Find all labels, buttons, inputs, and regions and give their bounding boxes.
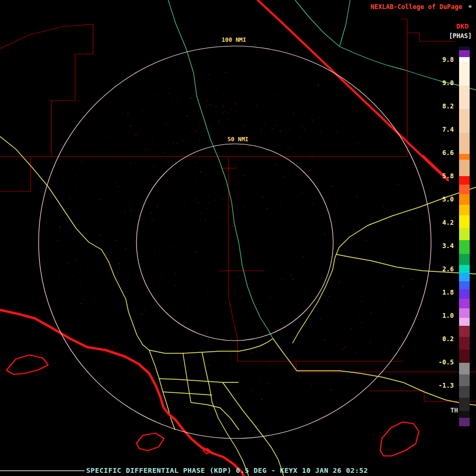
- colorbar-segment: [459, 154, 470, 160]
- colorbar-segment: [459, 57, 470, 62]
- range-ring-label-50nmi: 50 NMI: [226, 136, 250, 143]
- colorbar-segment: [459, 254, 470, 264]
- colorbar-segment: [459, 398, 470, 411]
- status-divider: [0, 470, 85, 471]
- colorbar-segment: [459, 350, 470, 363]
- island-outlines: [6, 355, 419, 456]
- colorbar-segment: [459, 47, 470, 50]
- colorbar-segment: [459, 86, 470, 109]
- colorbar-segment: [459, 50, 470, 57]
- radar-display: 100 NMI 50 NMI NEXLAB-College of DuPage …: [0, 0, 476, 476]
- product-code-label: DKD: [456, 22, 469, 30]
- colorbar-segment: [459, 273, 470, 281]
- range-ring-label-100nmi: 100 NMI: [220, 36, 248, 43]
- colorbar-segment: [459, 133, 470, 154]
- colorbar-segment: [459, 318, 470, 326]
- colorbar-segment: [459, 176, 470, 185]
- site-credit: NEXLAB-College of DuPage: [371, 3, 462, 11]
- colorbar-segment: [459, 205, 470, 215]
- colorbar-segment: [459, 194, 470, 205]
- colorbar-segment: [459, 240, 470, 254]
- colorbar-segment: [459, 374, 470, 386]
- product-status-text: SPECIFIC DIFFERENTIAL PHASE (KDP) 0.5 DE…: [86, 466, 368, 474]
- threshold-label: TH: [451, 407, 458, 414]
- colorbar-segment: [459, 326, 470, 336]
- colorbar-segment: [459, 228, 470, 240]
- highway-lines: [0, 136, 476, 476]
- colorbar-segment: [459, 109, 470, 133]
- major-road-coastline: [0, 0, 448, 476]
- colorbar-segment: [459, 265, 470, 273]
- colorbar-segment: [459, 308, 470, 318]
- cod-logo-icon: ❋: [468, 3, 472, 10]
- colorbar-segment: [459, 337, 470, 350]
- colorbar-segment: [459, 185, 470, 194]
- range-rings: [39, 46, 431, 438]
- radar-map: [0, 0, 476, 476]
- colorbar-segment: [459, 418, 470, 426]
- colorbar-segment: [459, 411, 470, 418]
- colorbar-segment: [459, 289, 470, 299]
- colorbar-segment: [459, 363, 470, 374]
- colorbar-segment: [459, 299, 470, 308]
- colorbar-segment: [459, 281, 470, 290]
- county-boundary-lines: [0, 19, 476, 401]
- colorbar: [459, 47, 470, 426]
- colorbar-segment: [459, 160, 470, 176]
- radar-echo-speckles: [54, 65, 418, 418]
- colorbar-segment: [459, 386, 470, 398]
- colorbar-segment: [459, 62, 470, 86]
- colorbar-segment: [459, 215, 470, 228]
- product-units-label: [PHAS]: [449, 32, 472, 40]
